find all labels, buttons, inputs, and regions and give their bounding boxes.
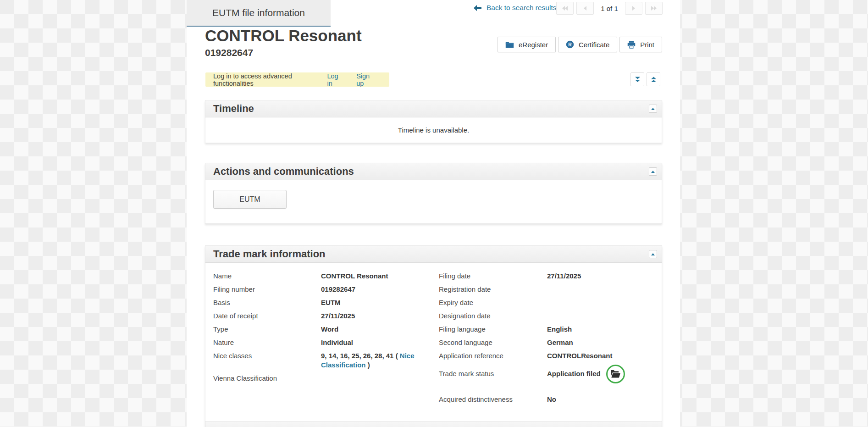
eutm-tab-label: EUTM [239, 195, 260, 204]
detail-value: EUTM [321, 298, 341, 307]
page-title: CONTROL Resonant [205, 27, 362, 45]
detail-label: Nice classes [213, 351, 321, 360]
chevron-up-icon [651, 171, 655, 173]
eutm-file-card: EUTM file information Back to search res… [187, 0, 680, 427]
detail-label: Trade mark status [439, 369, 547, 378]
double-chevron-down-icon [634, 76, 641, 83]
eutm-tab-button[interactable]: EUTM [213, 190, 287, 209]
chevron-up-icon [651, 253, 655, 255]
timeline-section: Timeline Timeline is unavailable. [205, 100, 662, 143]
trademark-heading: CONTROL Resonant 019282647 [205, 27, 362, 58]
detail-label: Expiry date [439, 298, 547, 307]
double-chevron-up-icon [650, 76, 657, 83]
detail-label: Filing language [439, 325, 547, 334]
detail-row-date-of-receipt: Date of receipt 27/11/2025 [213, 309, 439, 322]
nice-classes-numbers: 9, 14, 16, 25, 26, 28, 41 ( [321, 352, 400, 360]
detail-row-expiry-date: Expiry date [439, 296, 659, 309]
trademark-details-left-column: Name CONTROL Resonant Filing number 0192… [213, 269, 439, 406]
detail-value: 019282647 [321, 285, 355, 294]
actions-body: EUTM [205, 180, 662, 223]
detail-label: Name [213, 272, 321, 281]
certificate-button[interactable]: R Certificate [558, 37, 618, 52]
detail-value: Word [321, 325, 338, 334]
detail-label: Filing number [213, 285, 321, 294]
timeline-section-header: Timeline [205, 100, 662, 117]
first-result-button[interactable] [556, 2, 574, 15]
expand-all-button[interactable] [647, 72, 660, 86]
filing-number-subtitle: 019282647 [205, 47, 362, 58]
status-badge: Application filed [547, 369, 601, 378]
actions-collapse-button[interactable] [649, 167, 657, 176]
trademark-section-title: Trade mark information [213, 248, 649, 260]
double-chevron-left-icon [562, 6, 568, 11]
back-link-label: Back to search results [487, 4, 556, 12]
trademark-information-section: Trade mark information Name CONTROL Reso… [205, 245, 662, 427]
detail-row-vienna-classification: Vienna Classification [213, 372, 439, 385]
timeline-unavailable-message: Timeline is unavailable. [398, 126, 469, 134]
detail-label: Registration date [439, 285, 547, 294]
timeline-body: Timeline is unavailable. [205, 117, 662, 143]
login-prompt-message: Log in to access advanced functionalitie… [213, 72, 316, 87]
collapse-all-button[interactable] [630, 72, 644, 86]
chevron-up-icon [651, 108, 655, 110]
chevron-left-icon [583, 6, 587, 11]
detail-value: 27/11/2025 [547, 272, 581, 281]
detail-row-acquired-distinctiveness: Acquired distinctiveness No [439, 393, 659, 406]
back-to-search-results-link[interactable]: Back to search results [474, 4, 556, 12]
printer-icon [627, 41, 636, 49]
detail-label: Second language [439, 338, 547, 347]
detail-value: CONTROLResonant [547, 351, 613, 360]
nice-classes-suffix: ) [366, 361, 370, 369]
next-result-button[interactable] [625, 2, 642, 15]
trademark-details-right-column: Filing date 27/11/2025 Registration date… [439, 269, 659, 406]
eregister-button-label: eRegister [519, 41, 548, 49]
registered-r-circle-icon: R [566, 40, 574, 49]
next-section-header-partial [205, 421, 662, 427]
detail-label: Vienna Classification [213, 374, 321, 383]
detail-label: Type [213, 325, 321, 334]
detail-row-type: Type Word [213, 322, 439, 336]
trademark-section-header: Trade mark information [205, 246, 662, 263]
detail-label: Basis [213, 298, 321, 307]
detail-row-filing-language: Filing language English [439, 322, 659, 336]
detail-row-designation-date: Designation date [439, 309, 659, 322]
detail-label: Designation date [439, 311, 547, 321]
previous-result-button[interactable] [576, 2, 594, 15]
detail-row-basis: Basis EUTM [213, 296, 439, 309]
result-pagination: 1 of 1 [556, 2, 663, 15]
detail-value: 27/11/2025 [321, 311, 355, 321]
nice-classes-value: 9, 14, 16, 25, 26, 28, 41 ( Nice Classif… [321, 351, 422, 370]
log-in-link[interactable]: Log in [327, 72, 343, 87]
detail-value: German [547, 338, 573, 347]
detail-label: Application reference [439, 351, 547, 360]
detail-row-name: Name CONTROL Resonant [213, 269, 439, 283]
detail-row-application-reference: Application reference CONTROLResonant [439, 349, 659, 362]
back-arrow-icon [474, 5, 481, 11]
detail-row-registration-date: Registration date [439, 283, 659, 296]
tab-eutm-file-information[interactable]: EUTM file information [187, 0, 331, 27]
folder-icon [505, 41, 514, 48]
detail-row-nice-classes: Nice classes 9, 14, 16, 25, 26, 28, 41 (… [213, 349, 439, 372]
login-prompt-bar: Log in to access advanced functionalitie… [205, 72, 389, 87]
last-result-button[interactable] [645, 2, 663, 15]
eregister-button[interactable]: eRegister [498, 37, 556, 52]
actions-communications-section: Actions and communications EUTM [205, 163, 662, 224]
detail-row-second-language: Second language German [439, 336, 659, 349]
print-button-label: Print [640, 41, 654, 49]
actions-section-title: Actions and communications [213, 166, 649, 177]
sign-up-link[interactable]: Sign up [356, 72, 376, 87]
chevron-right-icon [632, 6, 636, 11]
detail-label: Filing date [439, 272, 547, 281]
certificate-button-label: Certificate [579, 41, 610, 49]
actions-section-header: Actions and communications [205, 163, 662, 180]
detail-value: No [547, 395, 556, 404]
svg-text:R: R [568, 42, 572, 47]
trademark-collapse-button[interactable] [649, 250, 657, 258]
detail-label: Date of receipt [213, 311, 321, 321]
tab-label: EUTM file information [212, 7, 305, 18]
timeline-collapse-button[interactable] [649, 105, 657, 113]
document-toolbar: eRegister R Certificate Print [498, 37, 662, 52]
detail-row-nature: Nature Individual [213, 336, 439, 349]
print-button[interactable]: Print [619, 37, 662, 52]
double-chevron-right-icon [651, 6, 657, 11]
